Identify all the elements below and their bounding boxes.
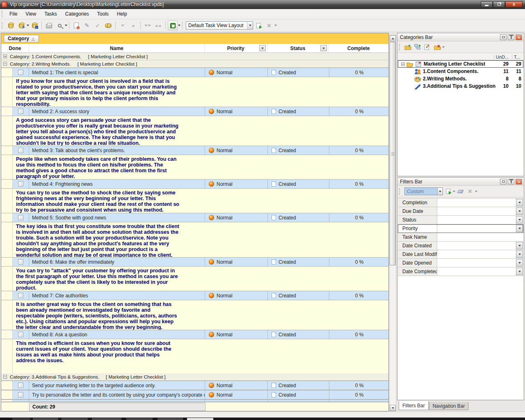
tab-filters-bar[interactable]: Filters Bar xyxy=(399,401,429,410)
task-row[interactable]: Method 8: Ask a question Normal Created … xyxy=(1,330,388,339)
delete-category-button[interactable] xyxy=(432,43,442,52)
task-row[interactable]: Method 4: Frightening news Normal Create… xyxy=(1,179,388,189)
panel-minimize-button[interactable] xyxy=(500,179,507,185)
new-task-button[interactable] xyxy=(71,21,81,30)
task-row[interactable]: Method 7: Cite authorities Normal Create… xyxy=(1,291,388,300)
apply-filter-button[interactable] xyxy=(443,187,453,196)
print-button[interactable] xyxy=(44,21,54,30)
filter-row[interactable]: Date Last Modifie xyxy=(398,250,523,259)
filter-row[interactable]: Task Name xyxy=(398,233,523,242)
menu-tasks[interactable]: Tasks xyxy=(40,10,61,18)
tree-row-category[interactable]: 1.Content Components. 11 11 xyxy=(398,68,523,75)
filter-preset-combobox[interactable]: Custom xyxy=(404,187,443,195)
filter-row[interactable]: Date Opened xyxy=(398,259,523,267)
filter-preset-arrow[interactable] xyxy=(437,188,443,195)
done-checkbox[interactable] xyxy=(18,293,23,298)
move-top-button[interactable] xyxy=(153,21,163,30)
move-bottom-button[interactable] xyxy=(143,21,153,30)
vertical-scrollbar[interactable] xyxy=(389,35,396,411)
done-checkbox[interactable] xyxy=(18,109,23,114)
menu-file[interactable]: File xyxy=(5,10,21,18)
close-button[interactable]: x xyxy=(505,1,523,8)
done-checkbox[interactable] xyxy=(18,70,23,75)
column-header-name[interactable]: Name xyxy=(29,44,205,52)
category-group-row[interactable]: + Category: 1.Content Components. [ Mark… xyxy=(1,53,388,60)
save-database-button[interactable] xyxy=(30,21,39,30)
filter-row[interactable]: Completion xyxy=(398,199,523,207)
print-preview-button[interactable] xyxy=(55,21,64,30)
toolbar-overflow-dropdown[interactable] xyxy=(274,25,277,26)
panel-close-button[interactable]: x xyxy=(516,34,522,40)
filter-value-dropdown[interactable] xyxy=(516,216,523,224)
task-row[interactable]: Try to personalize the letter and its co… xyxy=(1,390,388,399)
filter-value-field[interactable] xyxy=(437,267,516,276)
scrollbar-thumb[interactable] xyxy=(390,42,396,265)
filter-value-field[interactable] xyxy=(437,207,516,215)
menu-categories[interactable]: Categories xyxy=(61,10,93,18)
filter-row[interactable]: Date Created xyxy=(398,242,523,250)
clear-filter-button[interactable] xyxy=(455,187,465,196)
filter-value-dropdown[interactable] xyxy=(516,259,523,267)
complete-task-button[interactable]: ✓ xyxy=(93,21,103,30)
find-button[interactable] xyxy=(103,21,113,30)
collapse-icon[interactable]: − xyxy=(401,62,405,66)
edit-category-button[interactable] xyxy=(422,43,432,52)
filter-value-dropdown[interactable] xyxy=(516,199,523,206)
filter-value-field[interactable] xyxy=(437,242,516,250)
layout-combobox[interactable]: Default Task View Layout xyxy=(186,21,253,30)
done-checkbox[interactable] xyxy=(18,332,23,337)
panel-pin-button[interactable] xyxy=(508,179,514,185)
menu-help[interactable]: Help xyxy=(113,10,131,18)
column-header-complete[interactable]: Complete xyxy=(329,44,388,52)
tree-row-category[interactable]: 2.Writing Methods. 8 8 xyxy=(398,75,523,82)
filter-value-dropdown[interactable] xyxy=(516,225,523,232)
filter-value-field[interactable] xyxy=(437,224,516,233)
layout-combobox-arrow[interactable] xyxy=(247,22,253,29)
task-view-button[interactable] xyxy=(168,21,178,30)
tree-column-undone[interactable]: UnD... xyxy=(494,55,512,59)
filter-value-field[interactable] xyxy=(437,199,516,207)
task-row[interactable]: Method 2: A success story Normal Created… xyxy=(1,107,388,116)
edit-task-button[interactable]: ✎ xyxy=(82,21,92,30)
filter-value-field[interactable] xyxy=(437,233,523,241)
column-header-done[interactable]: Done xyxy=(1,44,29,52)
task-row[interactable]: Method 6: Make the offer immediately Nor… xyxy=(1,257,388,267)
restore-button[interactable] xyxy=(493,1,505,8)
expand-icon[interactable]: + xyxy=(3,55,7,58)
done-checkbox[interactable] xyxy=(18,383,23,388)
minimize-button[interactable] xyxy=(481,1,493,8)
filter-value-dropdown[interactable] xyxy=(516,242,523,249)
filter-row[interactable]: Date Completed xyxy=(398,267,523,276)
open-database-dropdown[interactable] xyxy=(27,25,29,26)
done-checkbox[interactable] xyxy=(18,148,23,153)
column-header-priority[interactable]: Priority xyxy=(205,44,267,52)
task-row[interactable]: Method 3: Talk about the client's proble… xyxy=(1,146,388,155)
category-group-row[interactable]: − Category: 3.Additional Tips & Suggesti… xyxy=(1,373,388,381)
done-checkbox[interactable] xyxy=(18,259,23,265)
task-row[interactable]: Method 5: Soothe with good news Normal C… xyxy=(1,213,388,222)
filters-toolbar-overflow[interactable] xyxy=(475,191,477,192)
panel-minimize-button[interactable] xyxy=(500,34,507,40)
priority-filter-button[interactable] xyxy=(259,45,266,51)
category-group-row[interactable]: − Category: 2.Writing Methods. [ Marketi… xyxy=(1,60,388,68)
filter-row[interactable]: Due Date xyxy=(398,207,523,216)
filter-value-field[interactable] xyxy=(437,250,516,258)
scroll-up-button[interactable] xyxy=(390,35,396,41)
done-checkbox[interactable] xyxy=(18,181,23,187)
group-by-category-button[interactable]: Category △ xyxy=(4,35,39,43)
add-subcategory-button[interactable] xyxy=(413,43,422,52)
tree-column-total[interactable]: T... xyxy=(512,55,523,59)
done-checkbox[interactable] xyxy=(18,392,23,397)
filter-value-dropdown[interactable] xyxy=(516,251,523,258)
task-view-dropdown[interactable] xyxy=(178,25,180,26)
column-header-status[interactable]: Status xyxy=(267,44,329,52)
delete-filter-button[interactable]: ✕ xyxy=(465,187,475,196)
tab-navigation-bar[interactable]: Navigation Bar xyxy=(429,402,469,410)
delete-layout-button[interactable]: ✕ xyxy=(264,21,274,30)
scroll-down-button[interactable] xyxy=(390,405,396,411)
open-database-button[interactable] xyxy=(16,21,26,30)
status-filter-button[interactable] xyxy=(320,45,327,51)
filter-value-field[interactable] xyxy=(437,216,516,224)
new-database-button[interactable] xyxy=(6,21,16,30)
panel-close-button[interactable]: x xyxy=(516,179,522,185)
